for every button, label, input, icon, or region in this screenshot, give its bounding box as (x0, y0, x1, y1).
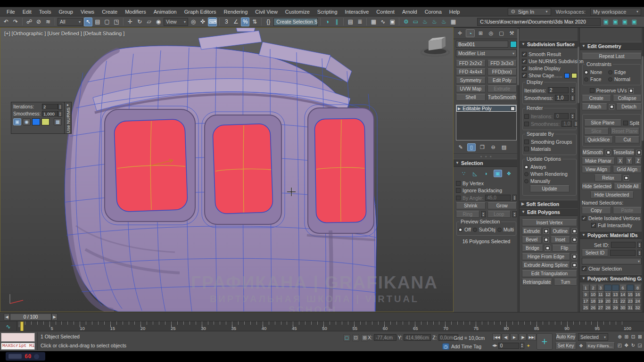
cage-selected-swatch[interactable] (571, 73, 577, 78)
spinner-snap-icon[interactable]: ⇅ (250, 17, 259, 26)
rollout-selection-header[interactable]: ▼ Selection (454, 159, 519, 167)
render-setup-icon[interactable]: ⚙ (402, 17, 410, 26)
tab-hierarchy[interactable]: ⊞ (476, 29, 485, 37)
render-smoothness-checkbox[interactable] (524, 122, 529, 126)
menu-group[interactable]: Group (55, 8, 77, 16)
select-and-manipulate-icon[interactable]: ✜ (198, 17, 207, 26)
maxscript-mini-recorder[interactable]: MAXScript Mi (1, 343, 35, 350)
hinge-from-edge-button[interactable]: Hinge From Edge (522, 253, 570, 260)
planar-z-button[interactable]: Z (635, 157, 642, 165)
cage-color-swatch[interactable] (564, 73, 570, 78)
preview-subobj-radio[interactable] (473, 228, 477, 232)
modifier-button-turbosmooth[interactable]: TurboSmooth (487, 94, 517, 101)
outline-settings-icon[interactable] (572, 229, 577, 234)
display-iterations-field[interactable]: 2 (548, 87, 569, 93)
preserve-uvs-settings-icon[interactable] (628, 88, 634, 93)
set-id-field[interactable] (611, 242, 636, 248)
smoothing-group-8[interactable]: 8 (634, 285, 641, 291)
use-pivot-point-icon[interactable]: ◎ (189, 17, 198, 26)
flip-button[interactable]: Flip (552, 245, 577, 252)
inset-settings-icon[interactable] (572, 237, 577, 242)
display-smoothness-field[interactable]: 1,0 (555, 95, 569, 101)
edge-icon[interactable]: ◺ (471, 170, 479, 177)
render-iterations-field[interactable]: 0 (554, 113, 569, 119)
hide-unselected-button[interactable]: Hide Unselected (590, 191, 634, 198)
project-folder-icon[interactable]: ▣ (602, 17, 610, 26)
constraint-normal-radio[interactable] (608, 77, 612, 82)
grow-button[interactable]: Grow (487, 202, 517, 209)
polygon-icon[interactable]: ▣ (494, 170, 502, 177)
modifier-button-shell[interactable]: Shell (456, 94, 486, 101)
shrink-button[interactable]: Shrink (456, 202, 486, 209)
render-production-icon[interactable]: ♨ (421, 17, 429, 26)
modifier-button-edit-poly[interactable]: Edit Poly (487, 77, 517, 84)
bevel-settings-icon[interactable] (544, 237, 549, 242)
materials-checkbox[interactable] (524, 147, 529, 151)
current-frame-field[interactable]: 0 (498, 343, 519, 349)
ring-button[interactable]: Ring (456, 211, 479, 218)
isoline-display-checkbox[interactable] (522, 66, 527, 71)
x-field[interactable]: -77,4cm (374, 334, 396, 341)
repeat-last-button[interactable]: Repeat Last (582, 53, 642, 60)
keyable-icon[interactable]: ❖ (578, 342, 584, 349)
tab-create[interactable]: ✛ (455, 29, 464, 37)
smoothing-group-6[interactable]: 6 (619, 285, 627, 291)
planar-y-button[interactable]: Y (626, 157, 633, 165)
select-and-move-icon[interactable]: ✛ (126, 17, 134, 26)
caddy-tab[interactable]: ▸ Use NURMS (65, 102, 72, 134)
manually-radio[interactable] (524, 179, 528, 183)
unlink-selection-icon[interactable]: ⊘ (34, 17, 43, 26)
key-filters-button[interactable]: Key Filters... (586, 342, 615, 349)
go-to-end-icon[interactable]: ▶▶| (527, 333, 536, 341)
make-planar-button[interactable]: Make Planar (582, 157, 615, 165)
smoothing-group-30[interactable]: 30 (619, 304, 627, 311)
display-iterations-spinner[interactable] (570, 87, 575, 93)
maximize-viewport-icon[interactable]: ◲ (637, 341, 643, 349)
snaps-toggle-icon[interactable]: 3 (222, 17, 231, 26)
smoothing-group-11[interactable]: 11 (597, 291, 604, 297)
slice-button[interactable]: Slice (584, 128, 609, 135)
modifier-button-ffd-4x4x4[interactable]: FFD 4x4x4 (456, 68, 486, 75)
render-grid-icon[interactable]: ▦ (449, 17, 457, 26)
caddy-iterations-field[interactable]: 2 (42, 104, 58, 109)
menu-civil-view[interactable]: Civil View (251, 8, 281, 16)
material-name-dropdown[interactable]: ▾ (582, 258, 642, 264)
menu-animation[interactable]: Animation (150, 8, 181, 16)
extrude-button[interactable]: Extrude (522, 228, 542, 235)
clear-selection-checkbox[interactable] (582, 266, 586, 271)
smoothing-group-9[interactable]: 9 (582, 291, 589, 297)
panel-scrollbar[interactable] (642, 28, 644, 313)
object-name-field[interactable]: Box001 (456, 41, 508, 48)
zoom-extents-icon[interactable]: ⊡ (630, 333, 636, 341)
key-mode-icon[interactable]: ✦ (525, 342, 532, 349)
menu-arnold[interactable]: Arnold (398, 8, 421, 16)
tab-motion[interactable]: ◎ (487, 29, 495, 37)
render-iterative-icon[interactable]: ♨ (430, 17, 438, 26)
smoothing-group-23[interactable]: 23 (627, 298, 634, 304)
tab-display[interactable]: ▢ (497, 29, 506, 37)
maxscript-mini-listener[interactable] (1, 333, 35, 342)
smoothing-group-20[interactable]: 20 (604, 298, 611, 304)
rollout-material-ids-header[interactable]: ▼ Polygon: Material IDs (580, 231, 644, 239)
by-vertex-checkbox[interactable] (456, 181, 461, 186)
smoothing-group-5[interactable]: 5 (612, 285, 619, 291)
menu-create[interactable]: Create (98, 8, 121, 16)
rollout-edit-geometry-header[interactable]: ▼ Edit Geometry (580, 42, 644, 50)
smoothing-group-26[interactable]: 26 (590, 304, 597, 311)
set-key-button[interactable]: Set Key (555, 342, 576, 350)
quickslice-button[interactable]: QuickSlice (584, 136, 613, 143)
previous-frame-icon[interactable]: ◀| (502, 333, 510, 341)
smoothing-group-15[interactable]: 15 (627, 291, 634, 297)
next-frame-arrow[interactable]: ▶ (51, 313, 58, 321)
rollout-soft-selection-header[interactable]: ▶ Soft Selection (520, 200, 579, 208)
configure-modifier-sets-icon[interactable]: ▨ (500, 143, 508, 151)
menu-graph-editors[interactable]: Graph Editors (181, 8, 220, 16)
modifier-button-ffd-3x3x3[interactable]: FFD 3x3x3 (487, 60, 517, 67)
modifier-button-symmetry[interactable]: Symmetry (456, 77, 486, 84)
smoothing-group-29[interactable]: 29 (612, 304, 619, 311)
nurms-smooth-icon[interactable]: ◉ (23, 118, 31, 125)
smoothing-group-16[interactable]: 16 (634, 291, 641, 297)
rollout-smoothing-groups-header[interactable]: ▼ Polygon: Smoothing Groups (580, 274, 644, 282)
modifier-button-extrude[interactable]: Extrude (487, 85, 517, 92)
sign-in-dropdown[interactable]: ⊙ Sign In ▾ (508, 8, 551, 16)
